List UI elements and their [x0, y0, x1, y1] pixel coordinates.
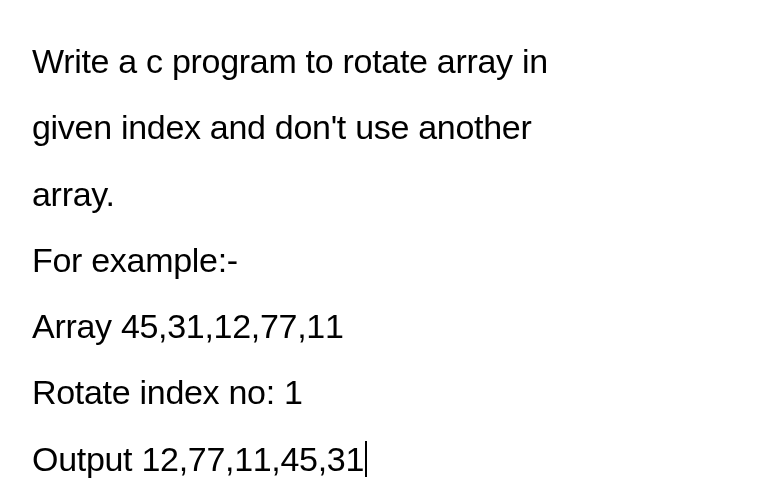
- text-line-7-content: Output 12,77,11,45,31: [32, 440, 364, 478]
- text-cursor: [365, 441, 367, 477]
- text-line-5: Array 45,31,12,77,11: [32, 293, 744, 359]
- text-line-1: Write a c program to rotate array in: [32, 28, 744, 94]
- document-text: Write a c program to rotate array in giv…: [32, 28, 744, 492]
- text-line-3: array.: [32, 161, 744, 227]
- text-line-4: For example:-: [32, 227, 744, 293]
- text-line-6: Rotate index no: 1: [32, 359, 744, 425]
- text-line-7: Output 12,77,11,45,31: [32, 426, 744, 492]
- text-line-2: given index and don't use another: [32, 94, 744, 160]
